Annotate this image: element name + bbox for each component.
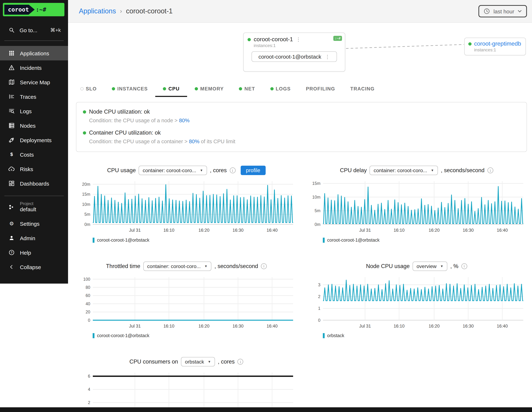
chart-header: CPU consumers on orbstack▼ , cores i <box>76 357 297 366</box>
logo-prompt: :~# <box>36 6 46 13</box>
gear-icon: ⚙ <box>8 220 15 227</box>
legend-item[interactable]: coroot-coroot-1@orbstack <box>323 237 380 243</box>
sidebar-item-costs[interactable]: $ Costs <box>0 147 68 162</box>
sidebar-item-admin[interactable]: Admin <box>0 231 68 245</box>
instance-coroot-coroot-1-orbstack[interactable]: coroot-coroot-1@orbstack ⋮ <box>252 51 337 62</box>
sidebar-item-logs[interactable]: Logs <box>0 104 68 118</box>
service-map-section: coroot-coroot-1 ⋮ :~# instances:1 coroot… <box>68 33 532 77</box>
goto-button[interactable]: Go to... ⌘+k <box>0 25 68 36</box>
sidebar-item-risks[interactable]: Risks <box>0 162 68 176</box>
upstream-app-link[interactable]: coroot-greptimedb <box>474 40 521 47</box>
sidebar-item-label: Admin <box>20 235 35 241</box>
clock-icon <box>484 8 490 14</box>
svg-text:16:20: 16:20 <box>429 228 440 233</box>
tab-instances[interactable]: INSTANCES <box>104 84 155 97</box>
sidebar-item-label: Service Map <box>20 79 50 85</box>
chart-title: Throttled time <box>106 263 140 269</box>
select-value: orbstack <box>185 359 204 365</box>
svg-text:?: ? <box>10 251 12 254</box>
sidebar-item-traces[interactable]: Traces <box>0 89 68 104</box>
tab-memory[interactable]: MEMORY <box>187 84 231 97</box>
log-search-icon <box>8 108 15 114</box>
chart-unit: , seconds/second <box>214 263 258 269</box>
chart-scope-select[interactable]: container: coroot-coro...▼ <box>143 261 211 271</box>
legend-label: coroot-coroot-1@orbstack <box>97 333 149 338</box>
info-icon[interactable]: i <box>487 168 493 173</box>
sidebar-item-service-map[interactable]: Service Map <box>0 75 68 89</box>
coroot-logo[interactable]: coroot :~# <box>3 3 64 16</box>
sidebar-item-project[interactable]: Project default <box>0 201 68 213</box>
breadcrumb-current: coroot-coroot-1 <box>126 7 173 15</box>
charts-grid: CPU usage container: coroot-coro...▼ , c… <box>76 166 527 412</box>
svg-text:Jul 31: Jul 31 <box>129 323 141 328</box>
top-bar: Applications › coroot-coroot-1 last hour <box>68 0 532 23</box>
sidebar-item-dashboards[interactable]: Dashboards <box>0 176 68 191</box>
status-dot <box>468 42 472 45</box>
chart-unit: , cores <box>210 167 227 174</box>
check-condition: Condition: the CPU usage of a container … <box>89 139 520 144</box>
info-icon[interactable]: i <box>261 263 267 269</box>
check-status-dot <box>83 131 86 134</box>
tab-profiling[interactable]: PROFILING <box>298 84 342 97</box>
tab-net[interactable]: NET <box>231 84 263 97</box>
sidebar-item-deployments[interactable]: Deployments <box>0 133 68 147</box>
instances-count: instances:1 <box>474 47 522 52</box>
chart-scope-select[interactable]: orbstack▼ <box>181 357 215 366</box>
chart-plot: 0m5m10m15mJul 3116:1016:2016:3016:40 <box>306 179 527 234</box>
svg-text:0m: 0m <box>315 222 321 227</box>
time-range-picker[interactable]: last hour <box>479 5 527 17</box>
sidebar-item-nodes[interactable]: Nodes <box>0 118 68 133</box>
svg-text:2: 2 <box>88 400 90 405</box>
legend-item[interactable]: coroot-coroot-1@orbstack <box>93 237 149 243</box>
svg-text:16:20: 16:20 <box>199 228 209 233</box>
sidebar-item-settings[interactable]: ⚙ Settings <box>0 216 68 231</box>
kebab-menu-icon[interactable]: ⋮ <box>325 54 330 59</box>
sidebar-item-label: Applications <box>20 50 49 56</box>
tab-cpu[interactable]: CPU <box>155 84 187 97</box>
check-threshold-link[interactable]: 80% <box>189 139 200 144</box>
tab-tracing[interactable]: TRACING <box>343 84 382 97</box>
legend-item[interactable]: coroot-coroot-1@orbstack <box>93 333 149 338</box>
sidebar-item-label: Help <box>20 249 31 256</box>
kebab-menu-icon[interactable]: ⋮ <box>296 37 301 42</box>
sidebar-item-collapse[interactable]: Collapse <box>0 260 68 274</box>
chart-scope-select[interactable]: container: coroot-coro...▼ <box>370 166 438 175</box>
info-icon[interactable]: i <box>230 168 235 173</box>
tab-slo[interactable]: SLO <box>73 84 104 97</box>
legend-label: orbstack <box>327 333 344 338</box>
svg-text:40: 40 <box>86 301 90 306</box>
check-item: Node CPU utilization: ok Condition: the … <box>83 109 520 123</box>
apps-grid-icon <box>8 50 15 56</box>
sidebar-item-incidents[interactable]: Incidents <box>0 60 68 75</box>
time-range-label: last hour <box>494 8 514 14</box>
sidebar-item-help[interactable]: ? Help <box>0 245 68 260</box>
tab-logs[interactable]: LOGS <box>263 84 298 97</box>
legend-item[interactable]: orbstack <box>323 333 344 338</box>
goto-label: Go to... <box>19 27 46 33</box>
chart-scope-select[interactable]: overview▼ <box>413 261 447 271</box>
legend-swatch <box>323 237 325 243</box>
info-icon[interactable]: i <box>461 263 467 269</box>
check-threshold-link[interactable]: 80% <box>179 118 190 123</box>
select-value: overview <box>417 263 437 269</box>
sidebar-item-label: Nodes <box>20 122 36 129</box>
info-icon[interactable]: i <box>238 359 243 365</box>
tab-status-dot <box>163 87 166 90</box>
server-stack-icon <box>8 122 15 129</box>
tab-label: NET <box>245 86 255 92</box>
svg-text:100: 100 <box>83 277 90 281</box>
svg-text:20m: 20m <box>82 182 90 187</box>
sidebar-item-applications[interactable]: Applications <box>0 46 68 60</box>
svg-text:0: 0 <box>318 318 321 322</box>
tab-status-dot <box>112 87 115 90</box>
breadcrumb-applications-link[interactable]: Applications <box>79 7 116 15</box>
rocket-icon <box>8 137 15 143</box>
chart-plot: 0123Jul 3116:1016:2016:3016:40 <box>306 274 527 330</box>
tab-label: INSTANCES <box>117 86 148 92</box>
caret-down-icon: ▼ <box>204 264 208 268</box>
profile-button[interactable]: profile <box>240 166 266 175</box>
svg-text:⚙: ⚙ <box>9 221 14 226</box>
chart-scope-select[interactable]: container: coroot-coro...▼ <box>139 166 207 175</box>
svg-text:$: $ <box>10 152 13 157</box>
chart-title: CPU delay <box>340 167 367 174</box>
